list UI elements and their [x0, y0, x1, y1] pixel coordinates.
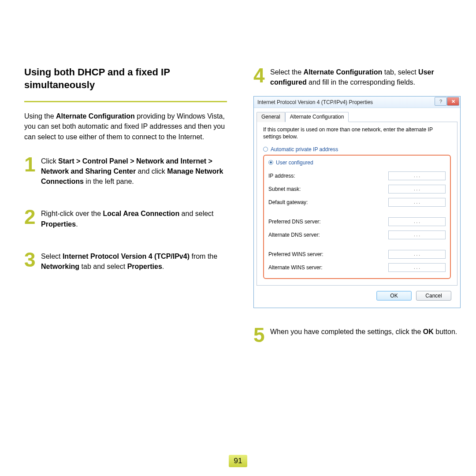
ip-input[interactable]: . . .: [388, 171, 446, 180]
ip-input[interactable]: . . .: [388, 250, 446, 259]
radio-user-configured[interactable]: User configured: [268, 158, 446, 167]
step-text: Click Start > Control Panel > Network an…: [41, 155, 227, 187]
field-label: IP address:: [268, 173, 295, 179]
highlighted-section: User configured IP address: . . . Subnet…: [263, 155, 451, 279]
properties-dialog: Internet Protocol Version 4 (TCP/IPv4) P…: [253, 96, 461, 308]
field-ip-address: IP address: . . .: [268, 171, 446, 180]
ip-input[interactable]: . . .: [388, 198, 446, 207]
dialog-hint: If this computer is used on more than on…: [263, 126, 451, 140]
intro-text: Using the: [24, 112, 56, 120]
section-title: Using both DHCP and a fixed IP simultane…: [24, 66, 227, 94]
field-preferred-wins: Preferred WINS server: . . .: [268, 250, 446, 259]
step-number: 2: [24, 208, 37, 226]
dialog-body: General Alternate Configuration If this …: [254, 108, 460, 307]
radio-icon[interactable]: [268, 160, 273, 165]
radio-label: Automatic private IP address: [271, 146, 338, 152]
intro-paragraph: Using the Alternate Configuration provid…: [24, 111, 227, 142]
field-label: Subnet mask:: [268, 186, 301, 192]
cancel-button[interactable]: Cancel: [416, 291, 451, 301]
field-label: Alternate WINS server:: [268, 264, 323, 271]
title-underline: [24, 101, 227, 102]
radio-label: User configured: [276, 160, 313, 166]
step-number: 1: [24, 156, 37, 173]
field-subnet-mask: Subnet mask: . . .: [268, 185, 446, 193]
step-number: 4: [253, 67, 267, 84]
tab-strip: General Alternate Configuration: [257, 112, 457, 122]
step-number: 3: [24, 251, 37, 268]
radio-automatic[interactable]: Automatic private IP address: [263, 145, 451, 154]
ip-input[interactable]: . . .: [388, 185, 446, 193]
close-icon[interactable]: ✕: [447, 97, 459, 106]
field-preferred-dns: Preferred DNS server: . . .: [268, 217, 446, 226]
step-5: 5 When you have completed the settings, …: [253, 326, 461, 344]
step-3: 3 Select Internet Protocol Version 4 (TC…: [24, 250, 227, 271]
ip-input[interactable]: . . .: [388, 263, 446, 272]
step-text: Select Internet Protocol Version 4 (TCP/…: [41, 250, 227, 271]
page-number: 91: [229, 455, 247, 467]
ip-input[interactable]: . . .: [388, 217, 446, 226]
field-alternate-dns: Alternate DNS server: . . .: [268, 231, 446, 239]
field-label: Preferred WINS server:: [268, 251, 324, 257]
step-2: 2 Right-click over the Local Area Connec…: [24, 208, 227, 229]
step-text: When you have completed the settings, cl…: [270, 326, 457, 337]
field-label: Alternate DNS server:: [268, 232, 320, 238]
dialog-actions: OK Cancel: [257, 286, 457, 303]
field-label: Default gateway:: [268, 199, 308, 205]
tab-general[interactable]: General: [257, 112, 285, 122]
field-alternate-wins: Alternate WINS server: . . .: [268, 263, 446, 272]
tab-pane: If this computer is used on more than on…: [257, 122, 457, 285]
dialog-title: Internet Protocol Version 4 (TCP/IPv4) P…: [257, 99, 373, 105]
step-text: Select the Alternate Configuration tab, …: [270, 66, 461, 87]
field-default-gateway: Default gateway: . . .: [268, 198, 446, 207]
step-text: Right-click over the Local Area Connecti…: [41, 208, 227, 229]
ip-input[interactable]: . . .: [388, 231, 446, 239]
dialog-titlebar: Internet Protocol Version 4 (TCP/IPv4) P…: [254, 97, 460, 108]
step-number: 5: [253, 327, 267, 344]
intro-bold: Alternate Configuration: [56, 112, 135, 120]
field-label: Preferred DNS server:: [268, 219, 321, 225]
step-4: 4 Select the Alternate Configuration tab…: [253, 66, 461, 87]
ok-button[interactable]: OK: [376, 291, 412, 301]
help-icon[interactable]: ?: [435, 97, 447, 106]
tab-alternate-configuration[interactable]: Alternate Configuration: [285, 112, 349, 122]
step-1: 1 Click Start > Control Panel > Network …: [24, 155, 227, 187]
radio-icon[interactable]: [263, 147, 268, 152]
